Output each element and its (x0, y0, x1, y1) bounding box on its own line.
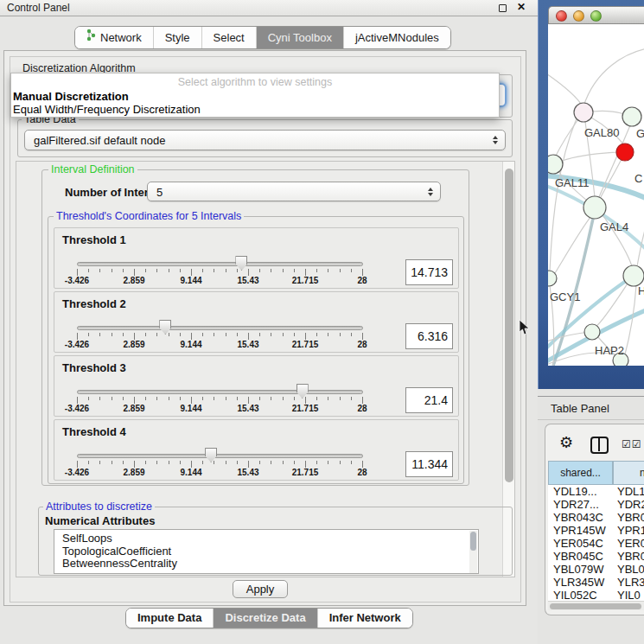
table-row[interactable]: YIL052CYIL0 (548, 589, 644, 601)
tick-label: 2.859 (123, 468, 144, 477)
spinner-icon (428, 188, 433, 196)
threshold-1-value-field[interactable]: 14.713 (405, 259, 453, 285)
threshold-1-label: Threshold 1 (62, 233, 126, 246)
tick-label: 15.43 (237, 404, 258, 413)
table-row[interactable]: YER054CYER0 (548, 537, 644, 550)
threshold-4-label: Threshold 4 (62, 425, 126, 438)
network-tab-icon (86, 27, 96, 48)
algorithm-option-manual[interactable]: Manual Discretization (13, 90, 129, 103)
column-header-name[interactable]: n (613, 461, 644, 485)
network-node-selected-red[interactable] (616, 143, 634, 161)
threshold-4-row: Threshold 4 -3.426 2.859 9.144 15.43 21.… (54, 419, 459, 481)
network-node-gal4[interactable] (583, 196, 606, 219)
threshold-2-label: Threshold 2 (62, 297, 126, 310)
table-row[interactable]: YBL079WYBL0 (548, 563, 644, 576)
threshold-3-label: Threshold 3 (62, 361, 126, 374)
tick-label: -3.426 (65, 404, 89, 413)
tab-style[interactable]: Style (153, 27, 201, 48)
table-row[interactable]: YPR145WYPR1 (548, 524, 644, 537)
list-item[interactable]: TopologicalCoefficient (54, 545, 478, 558)
svg-text:G.: G. (636, 127, 644, 140)
tick-label: 9.144 (180, 404, 201, 413)
close-traffic-light[interactable] (556, 10, 567, 22)
table-row[interactable]: YLR345WYLR3 (548, 576, 644, 589)
table-data-combo[interactable]: galFiltered.sif default node (24, 130, 506, 150)
network-view[interactable]: GAL80 G. C GAL11 GAL4 GCY1 H HAP2 (548, 24, 644, 366)
algorithm-option-equal-width[interactable]: Equal Width/Frequency Discretization (13, 103, 201, 116)
threshold-3-row: Threshold 3 -3.426 2.859 9.144 15.43 21.… (54, 355, 459, 417)
tick-label: 9.144 (180, 468, 201, 477)
tick-label: -3.426 (65, 468, 89, 477)
threshold-1-slider-track[interactable] (77, 262, 363, 266)
select-columns-checkboxes-icon[interactable]: ☑☑ (622, 438, 642, 450)
table-panel-title: Table Panel (551, 402, 609, 415)
threshold-2-value-field[interactable]: 6.316 (405, 323, 453, 349)
tick-label: 28 (357, 404, 367, 413)
tick-label: 21.715 (292, 340, 319, 349)
list-item[interactable]: BetweennessCentrality (54, 558, 478, 571)
control-panel-tabs: Network Style Select Cyni Toolbox jActiv… (74, 26, 451, 49)
num-intervals-value: 5 (156, 185, 163, 198)
algorithm-hint: Select algorithm to view settings (11, 76, 499, 88)
network-node-h[interactable] (623, 265, 644, 286)
window-title: Control Panel (7, 2, 70, 14)
threshold-3-slider-track[interactable] (77, 390, 363, 394)
numerical-attributes-list[interactable]: SelfLoops TopologicalCoefficient Between… (54, 529, 479, 574)
mouse-cursor (519, 320, 531, 337)
num-intervals-combo[interactable]: 5 (147, 182, 441, 201)
threshold-2-slider-track[interactable] (77, 326, 363, 330)
svg-text:GAL4: GAL4 (600, 220, 628, 233)
network-node-gal11[interactable] (548, 155, 563, 174)
table-row[interactable]: YBR043CYBR0 (548, 511, 644, 524)
tab-infer-network[interactable]: Infer Network (317, 609, 412, 628)
table-row[interactable]: YBR045CYBR0 (548, 550, 644, 563)
apply-button[interactable]: Apply (233, 580, 288, 598)
network-node-top-right[interactable] (622, 107, 641, 126)
tick-label: 28 (357, 468, 367, 477)
numerical-attributes-label: Numerical Attributes (45, 514, 155, 527)
tab-network[interactable]: Network (75, 27, 153, 48)
svg-text:C: C (634, 172, 642, 185)
thresholds-group-label: Threshold's Coordinates for 5 Intervals (54, 210, 244, 222)
float-window-icon[interactable] (499, 4, 507, 12)
threshold-4-value-field[interactable]: 11.344 (405, 451, 453, 477)
network-node-hap2[interactable] (584, 324, 600, 340)
threshold-4-slider-track[interactable] (77, 454, 363, 458)
tab-jactivemnodules[interactable]: jActiveMNodules (343, 27, 450, 48)
tab-cyni-toolbox[interactable]: Cyni Toolbox (256, 27, 343, 48)
vertical-scrollbar-thumb[interactable] (505, 169, 513, 482)
tick-label: 9.144 (180, 340, 201, 349)
list-scrollbar[interactable] (469, 531, 477, 573)
table-data-combo-value: galFiltered.sif default node (34, 134, 165, 147)
tick-label: 28 (357, 276, 367, 285)
tab-select[interactable]: Select (201, 27, 256, 48)
control-panel-window: Control Panel ✕ Network Style Select Cyn… (0, 0, 538, 644)
threshold-1-row: Threshold 1 -3.426 2.859 9.144 15.43 21.… (54, 227, 459, 289)
table-row[interactable]: YDR27...YDR2 (548, 498, 644, 511)
control-panel-titlebar: Control Panel ✕ (0, 0, 538, 16)
horizontal-scrollbar-thumb[interactable] (550, 603, 641, 609)
network-node-gal80[interactable] (574, 103, 593, 122)
column-header-shared[interactable]: shared... (548, 461, 613, 485)
tab-impute-data[interactable]: Impute Data (126, 609, 213, 628)
algorithm-dropdown-popup: Select algorithm to view settings Manual… (10, 73, 500, 118)
zoom-traffic-light[interactable] (590, 10, 602, 22)
tick-label: 2.859 (123, 340, 144, 349)
close-icon[interactable]: ✕ (517, 1, 526, 13)
table-row[interactable]: YDL19...YDL1 (548, 485, 644, 498)
tick-label: 21.715 (292, 276, 319, 285)
cyni-bottom-tabs: Impute Data Discretize Data Infer Networ… (125, 608, 413, 628)
interval-definition-label: Interval Definition (48, 163, 137, 175)
attributes-group-label: Attributes to discretize (43, 501, 155, 513)
show-columns-icon[interactable] (590, 437, 609, 454)
list-scrollbar-thumb[interactable] (470, 532, 476, 551)
gear-icon[interactable]: ⚙ (559, 433, 573, 452)
tick-label: 9.144 (180, 276, 201, 285)
horizontal-scrollbar[interactable] (548, 601, 644, 610)
threshold-3-value-field[interactable]: 21.4 (405, 387, 453, 413)
threshold-2-row: Threshold 2 -3.426 2.859 9.144 15.43 21.… (54, 291, 459, 353)
tab-discretize-data[interactable]: Discretize Data (213, 609, 316, 628)
list-item[interactable]: SelfLoops (54, 530, 478, 545)
tick-label: 21.715 (292, 404, 319, 413)
minimize-traffic-light[interactable] (573, 10, 584, 22)
